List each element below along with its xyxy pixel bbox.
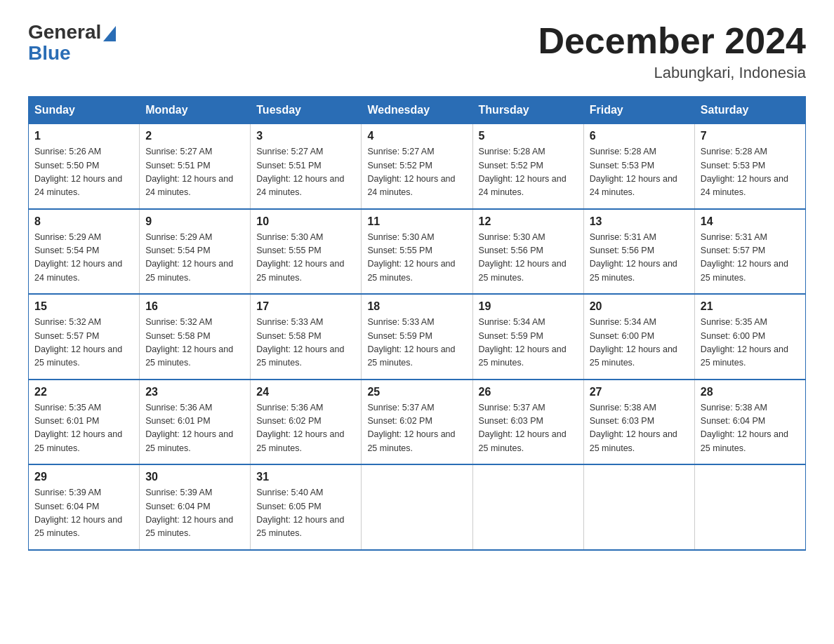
day-info: Sunrise: 5:40 AMSunset: 6:05 PMDaylight:…: [256, 486, 355, 541]
day-info: Sunrise: 5:31 AMSunset: 5:56 PMDaylight:…: [590, 231, 689, 286]
calendar-cell: 22Sunrise: 5:35 AMSunset: 6:01 PMDayligh…: [29, 380, 140, 465]
calendar-cell: 25Sunrise: 5:37 AMSunset: 6:02 PMDayligh…: [362, 380, 472, 465]
day-number: 20: [590, 300, 689, 313]
calendar-cell: 19Sunrise: 5:34 AMSunset: 5:59 PMDayligh…: [472, 294, 583, 380]
day-number: 31: [256, 471, 355, 483]
day-number: 23: [145, 386, 244, 398]
calendar-cell: 10Sunrise: 5:30 AMSunset: 5:55 PMDayligh…: [251, 209, 362, 295]
day-number: 22: [34, 386, 133, 398]
calendar-header-row: SundayMondayTuesdayWednesdayThursdayFrid…: [29, 97, 806, 124]
calendar-cell: 30Sunrise: 5:39 AMSunset: 6:04 PMDayligh…: [140, 464, 251, 550]
header-sunday: Sunday: [29, 97, 140, 124]
calendar-week-row: 29Sunrise: 5:39 AMSunset: 6:04 PMDayligh…: [29, 464, 806, 550]
day-number: 14: [701, 215, 800, 228]
calendar-cell: 17Sunrise: 5:33 AMSunset: 5:58 PMDayligh…: [251, 294, 362, 380]
day-info: Sunrise: 5:35 AMSunset: 6:01 PMDaylight:…: [34, 401, 133, 456]
header-tuesday: Tuesday: [251, 97, 362, 124]
day-info: Sunrise: 5:39 AMSunset: 6:04 PMDaylight:…: [34, 486, 133, 541]
calendar-cell: 6Sunrise: 5:28 AMSunset: 5:53 PMDaylight…: [583, 124, 694, 209]
day-number: 2: [145, 130, 244, 142]
calendar-cell: 2Sunrise: 5:27 AMSunset: 5:51 PMDaylight…: [140, 124, 251, 209]
calendar-cell: 13Sunrise: 5:31 AMSunset: 5:56 PMDayligh…: [583, 209, 694, 295]
day-info: Sunrise: 5:27 AMSunset: 5:51 PMDaylight:…: [145, 145, 244, 200]
calendar-cell: 15Sunrise: 5:32 AMSunset: 5:57 PMDayligh…: [29, 294, 140, 380]
day-info: Sunrise: 5:34 AMSunset: 6:00 PMDaylight:…: [590, 316, 689, 370]
logo-triangle-icon: [103, 26, 116, 41]
day-number: 29: [34, 471, 133, 483]
day-number: 13: [590, 215, 689, 228]
day-number: 26: [479, 386, 578, 398]
calendar-cell: 16Sunrise: 5:32 AMSunset: 5:58 PMDayligh…: [140, 294, 251, 380]
calendar-cell: [694, 464, 805, 550]
calendar-week-row: 15Sunrise: 5:32 AMSunset: 5:57 PMDayligh…: [29, 294, 806, 380]
day-info: Sunrise: 5:37 AMSunset: 6:03 PMDaylight:…: [479, 401, 578, 456]
day-number: 19: [479, 300, 578, 313]
day-number: 5: [479, 130, 578, 142]
calendar-cell: 9Sunrise: 5:29 AMSunset: 5:54 PMDaylight…: [140, 209, 251, 295]
calendar-cell: 21Sunrise: 5:35 AMSunset: 6:00 PMDayligh…: [694, 294, 805, 380]
header-monday: Monday: [140, 97, 251, 124]
day-number: 27: [590, 386, 689, 398]
day-number: 4: [367, 130, 466, 142]
day-info: Sunrise: 5:32 AMSunset: 5:58 PMDaylight:…: [145, 316, 244, 370]
day-info: Sunrise: 5:38 AMSunset: 6:04 PMDaylight:…: [701, 401, 800, 456]
header-friday: Friday: [583, 97, 694, 124]
calendar-cell: 8Sunrise: 5:29 AMSunset: 5:54 PMDaylight…: [29, 209, 140, 295]
title-section: December 2024 Labungkari, Indonesia: [538, 21, 806, 82]
calendar-week-row: 8Sunrise: 5:29 AMSunset: 5:54 PMDaylight…: [29, 209, 806, 295]
calendar-cell: 7Sunrise: 5:28 AMSunset: 5:53 PMDaylight…: [694, 124, 805, 209]
calendar-cell: 20Sunrise: 5:34 AMSunset: 6:00 PMDayligh…: [583, 294, 694, 380]
calendar-cell: 5Sunrise: 5:28 AMSunset: 5:52 PMDaylight…: [472, 124, 583, 209]
day-info: Sunrise: 5:35 AMSunset: 6:00 PMDaylight:…: [701, 316, 800, 370]
day-info: Sunrise: 5:39 AMSunset: 6:04 PMDaylight:…: [145, 486, 244, 541]
calendar-cell: [472, 464, 583, 550]
day-info: Sunrise: 5:29 AMSunset: 5:54 PMDaylight:…: [34, 231, 133, 286]
day-info: Sunrise: 5:37 AMSunset: 6:02 PMDaylight:…: [367, 401, 466, 456]
day-number: 1: [34, 130, 133, 142]
month-title: December 2024: [538, 21, 806, 61]
day-info: Sunrise: 5:33 AMSunset: 5:58 PMDaylight:…: [256, 316, 355, 370]
calendar-cell: 1Sunrise: 5:26 AMSunset: 5:50 PMDaylight…: [29, 124, 140, 209]
day-info: Sunrise: 5:38 AMSunset: 6:03 PMDaylight:…: [590, 401, 689, 456]
day-info: Sunrise: 5:32 AMSunset: 5:57 PMDaylight:…: [34, 316, 133, 370]
day-info: Sunrise: 5:30 AMSunset: 5:55 PMDaylight:…: [367, 231, 466, 286]
logo-general-text: General: [28, 21, 101, 43]
day-info: Sunrise: 5:30 AMSunset: 5:55 PMDaylight:…: [256, 231, 355, 286]
calendar-cell: 24Sunrise: 5:36 AMSunset: 6:02 PMDayligh…: [251, 380, 362, 465]
calendar-cell: 12Sunrise: 5:30 AMSunset: 5:56 PMDayligh…: [472, 209, 583, 295]
day-info: Sunrise: 5:36 AMSunset: 6:02 PMDaylight:…: [256, 401, 355, 456]
calendar-cell: 23Sunrise: 5:36 AMSunset: 6:01 PMDayligh…: [140, 380, 251, 465]
day-number: 10: [256, 215, 355, 228]
logo-blue-text: Blue: [28, 42, 71, 65]
day-number: 18: [367, 300, 466, 313]
day-info: Sunrise: 5:30 AMSunset: 5:56 PMDaylight:…: [479, 231, 578, 286]
day-info: Sunrise: 5:27 AMSunset: 5:51 PMDaylight:…: [256, 145, 355, 200]
day-number: 6: [590, 130, 689, 142]
day-number: 12: [479, 215, 578, 228]
calendar-table: SundayMondayTuesdayWednesdayThursdayFrid…: [28, 96, 806, 551]
calendar-week-row: 22Sunrise: 5:35 AMSunset: 6:01 PMDayligh…: [29, 380, 806, 465]
day-number: 24: [256, 386, 355, 398]
calendar-cell: [583, 464, 694, 550]
day-number: 3: [256, 130, 355, 142]
day-info: Sunrise: 5:28 AMSunset: 5:53 PMDaylight:…: [590, 145, 689, 200]
calendar-cell: 31Sunrise: 5:40 AMSunset: 6:05 PMDayligh…: [251, 464, 362, 550]
day-number: 7: [701, 130, 800, 142]
calendar-cell: 26Sunrise: 5:37 AMSunset: 6:03 PMDayligh…: [472, 380, 583, 465]
calendar-cell: 28Sunrise: 5:38 AMSunset: 6:04 PMDayligh…: [694, 380, 805, 465]
calendar-cell: [362, 464, 472, 550]
day-number: 8: [34, 215, 133, 228]
day-number: 30: [145, 471, 244, 483]
day-info: Sunrise: 5:33 AMSunset: 5:59 PMDaylight:…: [367, 316, 466, 370]
day-number: 11: [367, 215, 466, 228]
header-thursday: Thursday: [472, 97, 583, 124]
calendar-cell: 29Sunrise: 5:39 AMSunset: 6:04 PMDayligh…: [29, 464, 140, 550]
day-number: 25: [367, 386, 466, 398]
calendar-cell: 3Sunrise: 5:27 AMSunset: 5:51 PMDaylight…: [251, 124, 362, 209]
logo: General Blue: [28, 21, 116, 65]
calendar-cell: 4Sunrise: 5:27 AMSunset: 5:52 PMDaylight…: [362, 124, 472, 209]
day-info: Sunrise: 5:26 AMSunset: 5:50 PMDaylight:…: [34, 145, 133, 200]
calendar-cell: 11Sunrise: 5:30 AMSunset: 5:55 PMDayligh…: [362, 209, 472, 295]
location-title: Labungkari, Indonesia: [538, 64, 806, 82]
day-info: Sunrise: 5:31 AMSunset: 5:57 PMDaylight:…: [701, 231, 800, 286]
